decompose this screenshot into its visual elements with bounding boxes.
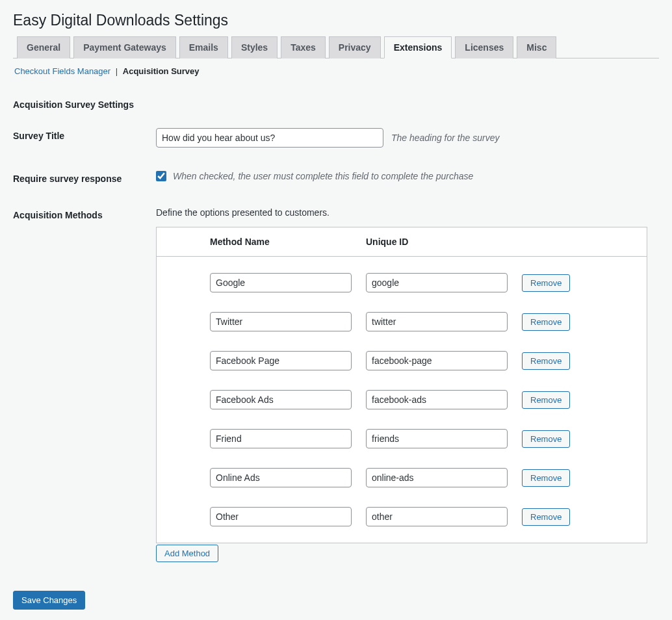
acq-methods-table: Method Name Unique ID RemoveRemoveRemove… — [156, 227, 647, 543]
method-id-input[interactable] — [366, 390, 508, 409]
tab-misc[interactable]: Misc — [517, 36, 556, 58]
acq-methods-label: Acquisition Methods — [13, 207, 156, 220]
method-id-input[interactable] — [366, 273, 508, 292]
subnav-link-checkout-fields[interactable]: Checkout Fields Manager — [14, 66, 110, 76]
method-row: Remove — [157, 380, 647, 419]
settings-tabs: GeneralPayment GatewaysEmailsStylesTaxes… — [13, 36, 659, 58]
survey-title-input[interactable] — [156, 128, 383, 148]
remove-method-button[interactable]: Remove — [522, 391, 570, 409]
method-row: Remove — [157, 497, 647, 536]
col-header-unique-id: Unique ID — [366, 237, 522, 247]
subnav-separator: | — [113, 66, 120, 76]
add-method-button[interactable]: Add Method — [156, 545, 218, 562]
save-changes-button[interactable]: Save Changes — [13, 591, 85, 610]
tab-emails[interactable]: Emails — [179, 36, 228, 58]
tab-extensions[interactable]: Extensions — [384, 36, 452, 58]
method-name-input[interactable] — [210, 273, 352, 292]
require-response-label: Require survey response — [13, 171, 156, 184]
remove-method-button[interactable]: Remove — [522, 313, 570, 331]
remove-method-button[interactable]: Remove — [522, 469, 570, 487]
method-id-input[interactable] — [366, 468, 508, 487]
method-name-input[interactable] — [210, 312, 352, 331]
method-row: Remove — [157, 263, 647, 302]
tab-licenses[interactable]: Licenses — [455, 36, 513, 58]
method-row: Remove — [157, 458, 647, 497]
acq-methods-description: Define the options presented to customer… — [156, 207, 659, 218]
remove-method-button[interactable]: Remove — [522, 352, 570, 370]
survey-title-label: Survey Title — [13, 128, 156, 141]
method-name-input[interactable] — [210, 351, 352, 370]
subnav-current: Acquisition Survey — [123, 66, 200, 76]
method-id-input[interactable] — [366, 429, 508, 448]
method-name-input[interactable] — [210, 507, 352, 526]
remove-method-button[interactable]: Remove — [522, 430, 570, 448]
tab-payment-gateways[interactable]: Payment Gateways — [73, 36, 176, 58]
sub-nav: Checkout Fields Manager | Acquisition Su… — [13, 58, 659, 81]
tab-styles[interactable]: Styles — [231, 36, 278, 58]
method-id-input[interactable] — [366, 351, 508, 370]
require-response-checkbox[interactable] — [156, 171, 166, 181]
method-row: Remove — [157, 302, 647, 341]
method-name-input[interactable] — [210, 468, 352, 487]
method-name-input[interactable] — [210, 390, 352, 409]
section-heading: Acquisition Survey Settings — [13, 81, 659, 116]
method-name-input[interactable] — [210, 429, 352, 448]
method-row: Remove — [157, 341, 647, 380]
tab-privacy[interactable]: Privacy — [329, 36, 381, 58]
tab-taxes[interactable]: Taxes — [281, 36, 326, 58]
method-id-input[interactable] — [366, 312, 508, 331]
method-id-input[interactable] — [366, 507, 508, 526]
remove-method-button[interactable]: Remove — [522, 508, 570, 526]
col-header-method-name: Method Name — [210, 237, 366, 247]
page-title: Easy Digital Downloads Settings — [13, 0, 659, 36]
require-response-hint: When checked, the user must complete thi… — [173, 171, 473, 181]
remove-method-button[interactable]: Remove — [522, 274, 570, 292]
tab-general[interactable]: General — [17, 36, 70, 58]
method-row: Remove — [157, 419, 647, 458]
survey-title-hint: The heading for the survey — [391, 133, 500, 143]
